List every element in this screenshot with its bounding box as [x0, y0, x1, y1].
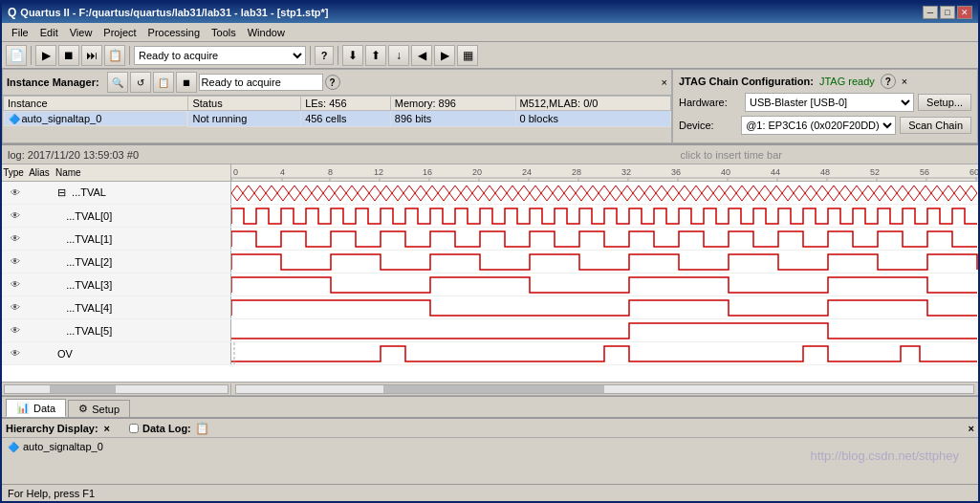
hierarchy-panel: Hierarchy Display: × Data Log: 📋 × 🔷 aut… [2, 417, 978, 484]
jtag-device-label: Device: [679, 120, 737, 131]
menu-processing[interactable]: Processing [142, 26, 206, 39]
instance-manager-title: Instance Manager: [7, 77, 99, 88]
scrollbar-left [2, 383, 231, 395]
menu-window[interactable]: Window [242, 26, 291, 39]
im-close-btn[interactable]: × [662, 77, 667, 88]
jtag-hardware-dropdown[interactable]: USB-Blaster [USB-0] [745, 93, 914, 112]
toolbar-upload-btn[interactable]: ⬆ [365, 45, 386, 66]
instance-manager-toolbar: Instance Manager: 🔍 ↺ 📋 ⏹ ? × [3, 70, 671, 96]
menu-file[interactable]: File [6, 26, 34, 39]
tab-data[interactable]: 📊 Data [6, 399, 66, 417]
signal-row-tval[interactable]: 👁 ⊟ ...TVAL /* rendered via path below *… [2, 182, 978, 205]
scroll-track-right[interactable] [235, 384, 974, 394]
minimize-button[interactable]: ─ [923, 6, 938, 19]
jtag-setup-btn[interactable]: Setup... [918, 94, 971, 111]
time-ruler-right: 0 4 8 12 16 20 24 28 32 [231, 164, 978, 181]
ov-type: 👁 [4, 348, 27, 359]
svg-text:44: 44 [771, 167, 780, 177]
signal-left-tval5: 👁 ...TVAL[5] [2, 319, 231, 341]
col-name-header: Name [54, 167, 230, 178]
signal-row-tval1[interactable]: 👁 ...TVAL[1] [2, 228, 978, 251]
menu-project[interactable]: Project [98, 26, 142, 39]
hierarchy-header: Hierarchy Display: × Data Log: 📋 × [2, 419, 978, 438]
time-ruler: Type Alias Name 0 4 8 12 16 [2, 164, 978, 182]
tval5-waveform [231, 319, 978, 341]
setup-tab-label: Setup [92, 404, 120, 415]
jtag-device-dropdown[interactable]: @1: EP3C16 (0x020F20DD) [741, 116, 896, 135]
viewer-log: log: 2017/11/20 13:59:03 #0 [8, 149, 490, 161]
tval1-type: 👁 [4, 233, 27, 244]
toolbar-stop-btn[interactable]: ⏹ [58, 45, 79, 66]
toolbar-sep-3 [310, 46, 311, 65]
toolbar-left-btn[interactable]: ◀ [411, 45, 432, 66]
close-button[interactable]: ✕ [957, 6, 972, 19]
jtag-help-btn[interactable]: ? [881, 74, 896, 89]
toolbar-grid-btn[interactable]: ▦ [457, 45, 478, 66]
im-reload-btn[interactable]: ↺ [130, 72, 151, 93]
signal-row-tval4[interactable]: 👁 ...TVAL[4] [2, 296, 978, 319]
col-memory: Memory: 896 [390, 97, 515, 111]
main-window: Q Quartus II - F:/quartus/quartus/lab31/… [0, 0, 980, 503]
signal-row-tval0[interactable]: 👁 ...TVAL[0] [2, 205, 978, 228]
menu-edit[interactable]: Edit [34, 26, 64, 39]
signal-row-ov[interactable]: 👁 OV [2, 342, 978, 365]
data-log-icon: 📋 [195, 422, 209, 435]
scroll-thumb-left[interactable] [50, 385, 117, 393]
tab-setup[interactable]: ⚙ Setup [68, 400, 130, 417]
im-refresh-btn[interactable]: 🔍 [107, 72, 128, 93]
toolbar-right-btn[interactable]: ▶ [434, 45, 455, 66]
scroll-track-left[interactable] [4, 384, 229, 394]
signal-right-tval: /* rendered via path below */ [231, 182, 978, 204]
table-row[interactable]: 🔷 auto_signaltap_0 Not running 456 cells… [4, 111, 671, 127]
data-tab-icon: 📊 [16, 402, 30, 414]
data-log-close-btn[interactable]: × [969, 423, 974, 434]
instance-table: Instance Status LEs: 456 Memory: 896 M51… [3, 96, 671, 127]
title-bar-controls: ─ □ ✕ [923, 6, 972, 19]
ov-name: OV [55, 348, 229, 360]
viewer-header: log: 2017/11/20 13:59:03 #0 click to ins… [2, 145, 978, 164]
toolbar-sep-4 [338, 46, 338, 65]
menu-tools[interactable]: Tools [206, 26, 242, 39]
signal-left-tval2: 👁 ...TVAL[2] [2, 251, 231, 273]
scan-chain-button[interactable]: Scan Chain [900, 117, 971, 134]
tval5-type: 👁 [4, 325, 27, 336]
signal-right-tval2 [231, 251, 978, 273]
toolbar-download-btn[interactable]: ⬇ [342, 45, 363, 66]
title-bar: Q Quartus II - F:/quartus/quartus/lab31/… [2, 2, 978, 23]
menu-view[interactable]: View [64, 26, 98, 39]
signal-row-tval5[interactable]: 👁 ...TVAL[5] [2, 319, 978, 342]
menu-bar: File Edit View Project Processing Tools … [2, 23, 978, 42]
signal-left-tval: 👁 ⊟ ...TVAL [2, 182, 231, 204]
toolbar-down-btn[interactable]: ↓ [388, 45, 409, 66]
jtag-status: JTAG ready [819, 76, 875, 87]
toolbar-read-btn[interactable]: 📋 [104, 45, 125, 66]
maximize-button[interactable]: □ [940, 6, 955, 19]
scroll-thumb-right[interactable] [383, 385, 604, 393]
tval0-type: 👁 [4, 210, 27, 221]
im-stop-btn[interactable]: ⏹ [176, 72, 197, 93]
signal-row-tval3[interactable]: 👁 ...TVAL[3] [2, 273, 978, 296]
toolbar-new-btn[interactable]: 📄 [6, 45, 27, 66]
toolbar-help-btn[interactable]: ? [315, 46, 334, 65]
hierarchy-close-btn[interactable]: × [104, 423, 110, 434]
hierarchy-item[interactable]: 🔷 auto_signaltap_0 [6, 440, 974, 453]
acquire-mode-dropdown[interactable]: Ready to acquire [134, 46, 306, 65]
instance-icon: 🔷 [9, 114, 20, 124]
signal-right-tval4 [231, 296, 978, 318]
instance-les: 456 cells [301, 111, 391, 127]
data-log-checkbox[interactable] [129, 424, 139, 433]
im-help-btn[interactable]: ? [325, 75, 340, 90]
toolbar-step-btn[interactable]: ⏭ [81, 45, 102, 66]
viewer-click-hint[interactable]: click to insert time bar [490, 149, 973, 161]
signal-left-tval4: 👁 ...TVAL[4] [2, 296, 231, 318]
signal-row-tval2[interactable]: 👁 ...TVAL[2] [2, 251, 978, 273]
im-load-btn[interactable]: 📋 [153, 72, 174, 93]
toolbar: 📄 ▶ ⏹ ⏭ 📋 Ready to acquire ? ⬇ ⬆ ↓ ◀ ▶ ▦ [2, 42, 978, 69]
svg-text:16: 16 [423, 167, 432, 177]
toolbar-run-btn[interactable]: ▶ [35, 45, 56, 66]
col-instance: Instance [4, 97, 188, 111]
jtag-close-btn[interactable]: × [902, 76, 907, 87]
im-status-input[interactable] [199, 74, 323, 91]
col-les: LEs: 456 [301, 97, 391, 111]
tval4-type: 👁 [4, 302, 27, 313]
